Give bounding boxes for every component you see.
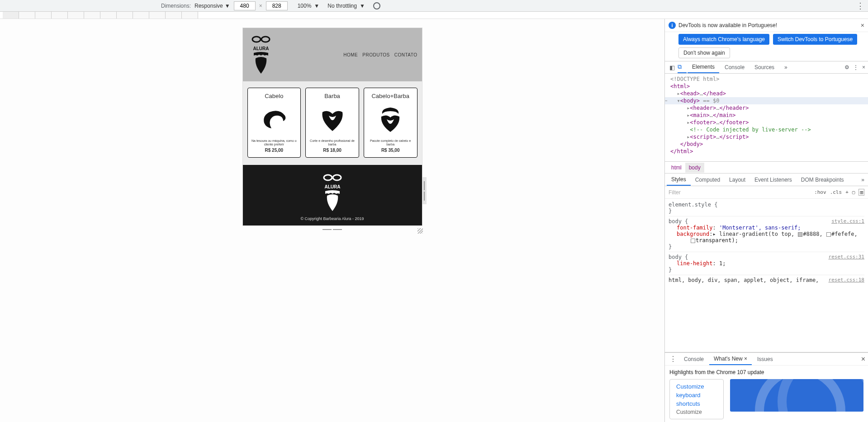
drawer-tabs: ⋮ Console What's New × Issues × bbox=[665, 353, 868, 366]
card-desc: Pacote completo de cabelo e barba bbox=[367, 139, 414, 146]
chevron-down-icon: ▼ bbox=[314, 3, 319, 9]
drawer-console[interactable]: Console bbox=[679, 353, 708, 365]
inspect-icon[interactable]: ◧ bbox=[668, 64, 677, 71]
crumb-html[interactable]: html bbox=[668, 163, 685, 173]
resize-handle-bottom[interactable] bbox=[319, 227, 346, 232]
rotate-icon[interactable] bbox=[373, 2, 380, 9]
drawer: ⋮ Console What's New × Issues × Highligh… bbox=[665, 352, 868, 422]
svg-point-5 bbox=[333, 175, 341, 180]
close-icon[interactable]: × bbox=[744, 356, 747, 362]
copyright: © Copyright Barbearia Alura - 2019 bbox=[243, 216, 422, 221]
gear-icon[interactable]: ⚙ bbox=[844, 64, 849, 70]
device-frame: ALURA HOME PRODUTOS CONTATO Cabelo bbox=[243, 28, 422, 225]
dont-show-button[interactable]: Don't show again bbox=[678, 47, 730, 58]
service-card[interactable]: Cabelo+Barba Pacote completo de cabelo e… bbox=[364, 88, 417, 158]
device-select[interactable]: Responsive ▼ bbox=[194, 3, 230, 9]
close-icon[interactable]: × bbox=[861, 355, 865, 363]
subtabs-overflow[interactable]: » bbox=[859, 177, 866, 183]
subtab-dombp[interactable]: DOM Breakpoints bbox=[797, 173, 849, 186]
subtab-events[interactable]: Event Listeners bbox=[750, 173, 797, 186]
devtools-tabs: ◧ ⧉ Elements Console Sources » ⚙ ⋮ × bbox=[665, 61, 868, 74]
nav-home[interactable]: HOME bbox=[343, 52, 358, 57]
svg-point-1 bbox=[261, 37, 270, 42]
kebab-icon[interactable]: ⋮ bbox=[853, 64, 859, 70]
switch-language-button[interactable]: Switch DevTools to Portuguese bbox=[773, 34, 857, 45]
chevron-down-icon: ▼ bbox=[225, 3, 230, 9]
chevron-down-icon: ▼ bbox=[360, 3, 365, 9]
computed-toggle-icon[interactable]: ▥ bbox=[859, 189, 864, 196]
ruler bbox=[0, 12, 868, 19]
zoom-select[interactable]: 100% ▼ bbox=[298, 3, 320, 9]
filter-input[interactable] bbox=[665, 189, 811, 196]
info-icon: i bbox=[669, 22, 676, 29]
beard-icon bbox=[319, 106, 346, 133]
resize-handle-right[interactable] bbox=[422, 177, 427, 204]
hair-beard-icon bbox=[377, 106, 404, 133]
throttling-select[interactable]: No throttling ▼ bbox=[327, 3, 365, 9]
svg-rect-6 bbox=[332, 177, 333, 178]
nav: HOME PRODUTOS CONTATO bbox=[343, 52, 417, 57]
card-title: Barba bbox=[324, 93, 340, 99]
new-rule-icon[interactable]: + bbox=[845, 189, 849, 195]
infobar-buttons-2: Don't show again bbox=[665, 47, 868, 61]
nav-contato[interactable]: CONTATO bbox=[394, 52, 417, 57]
subtab-layout[interactable]: Layout bbox=[725, 173, 750, 186]
card-desc: Corte e desenho profissional de barba bbox=[308, 139, 356, 146]
dom-tree[interactable]: <!DOCTYPE html> <html> ▸<head>…</head> ⋯… bbox=[665, 74, 868, 162]
alura-logo: ALURA bbox=[249, 33, 273, 76]
kebab-icon[interactable]: ⋮ bbox=[856, 1, 864, 11]
device-mode-icon[interactable]: ⧉ bbox=[678, 61, 687, 73]
close-icon[interactable]: × bbox=[861, 22, 864, 29]
crumb-body[interactable]: body bbox=[685, 163, 704, 173]
zoom-value: 100% bbox=[298, 3, 312, 9]
page-main: Cabelo Na tesoura ou máquina, como o cli… bbox=[243, 81, 422, 165]
tab-elements[interactable]: Elements bbox=[688, 61, 719, 73]
whatsnew-title: Highlights from the Chrome 107 update bbox=[669, 369, 863, 375]
dimensions-label: Dimensions: bbox=[161, 3, 191, 9]
tab-sources[interactable]: Sources bbox=[750, 61, 779, 73]
nav-produtos[interactable]: PRODUTOS bbox=[362, 52, 390, 57]
device-toolbar: Dimensions: Responsive ▼ × 100% ▼ No thr… bbox=[0, 0, 868, 12]
whatsnew-card[interactable]: Customize keyboard shortcuts Customize bbox=[669, 379, 724, 419]
whatsnew-banner bbox=[730, 379, 863, 412]
card-desc: Na tesoura ou máquina, como o cliente pr… bbox=[251, 139, 298, 146]
devtools-panel: i DevTools is now available in Portugues… bbox=[664, 19, 868, 422]
tab-console[interactable]: Console bbox=[720, 61, 749, 73]
drawer-whatsnew[interactable]: What's New × bbox=[709, 353, 752, 365]
styles-pane[interactable]: element.style { } style.css:1 body { fon… bbox=[665, 199, 868, 352]
device-value: Responsive bbox=[194, 3, 223, 9]
hair-icon bbox=[261, 106, 288, 133]
breadcrumbs: html body bbox=[665, 162, 868, 173]
throttling-value: No throttling bbox=[327, 3, 357, 9]
link[interactable]: shortcuts bbox=[676, 400, 717, 407]
link[interactable]: keyboard bbox=[676, 392, 717, 399]
height-input[interactable] bbox=[266, 1, 288, 10]
match-language-button[interactable]: Always match Chrome's language bbox=[678, 34, 769, 45]
service-card[interactable]: Cabelo Na tesoura ou máquina, como o cli… bbox=[247, 88, 301, 158]
card-price: R$ 35,00 bbox=[381, 148, 400, 153]
card-price: R$ 25,00 bbox=[265, 148, 284, 153]
preview-area: ALURA HOME PRODUTOS CONTATO Cabelo bbox=[0, 19, 664, 422]
subtab-styles[interactable]: Styles bbox=[667, 173, 691, 186]
hov-toggle[interactable]: :hov bbox=[814, 189, 826, 195]
card-price: R$ 18,00 bbox=[323, 148, 342, 153]
link[interactable]: Customize bbox=[676, 383, 717, 390]
filter-row: :hov .cls + ▢ ▥ bbox=[665, 186, 868, 199]
alura-logo-footer: ALURA bbox=[321, 171, 344, 213]
close-icon[interactable]: × bbox=[862, 64, 865, 70]
card-title: Cabelo bbox=[265, 93, 283, 99]
service-card[interactable]: Barba Corte e desenho profissional de ba… bbox=[305, 88, 359, 158]
cls-toggle[interactable]: .cls bbox=[830, 189, 842, 195]
link: Customize bbox=[676, 409, 702, 415]
width-input[interactable] bbox=[234, 1, 256, 10]
svg-rect-2 bbox=[260, 38, 262, 40]
tabs-overflow[interactable]: » bbox=[780, 61, 792, 73]
drawer-body: Highlights from the Chrome 107 update Cu… bbox=[665, 366, 868, 422]
resize-handle-corner[interactable] bbox=[417, 228, 423, 234]
svg-point-4 bbox=[324, 175, 332, 180]
flexgrid-icon[interactable]: ▢ bbox=[852, 189, 855, 195]
card-title: Cabelo+Barba bbox=[371, 93, 409, 99]
drawer-issues[interactable]: Issues bbox=[753, 353, 778, 365]
kebab-icon[interactable]: ⋮ bbox=[668, 355, 678, 363]
subtab-computed[interactable]: Computed bbox=[691, 173, 725, 186]
